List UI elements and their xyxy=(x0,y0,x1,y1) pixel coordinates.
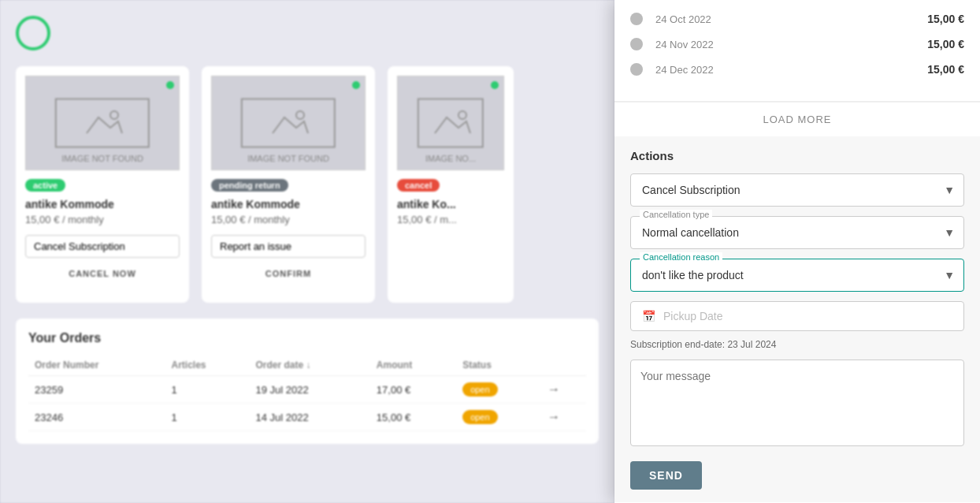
timeline-dot-1 xyxy=(630,13,643,25)
card-2-price: 15,00 € / monthly xyxy=(211,214,366,225)
card-1-image: IMAGE NOT FOUND xyxy=(25,76,180,170)
row-arrow-2[interactable]: → xyxy=(548,410,560,424)
card-3: IMAGE NO... cancel antike Ko... 15,00 € … xyxy=(388,66,514,303)
logo xyxy=(16,16,50,50)
col-order-number: Order Number xyxy=(28,355,165,376)
cancellation-reason-select[interactable]: don't like the product too expensive oth… xyxy=(630,259,964,292)
articles-1: 1 xyxy=(165,376,250,404)
timeline-amount-3: 15,00 € xyxy=(927,63,964,76)
date-2: 14 Jul 2022 xyxy=(250,404,370,431)
pickup-date-wrapper[interactable]: 📅 Pickup Date xyxy=(630,301,964,331)
status-1: open xyxy=(456,376,541,404)
timeline-item-2: 24 Nov 2022 15,00 € xyxy=(630,38,964,50)
action-2[interactable]: → xyxy=(541,404,586,431)
order-number-2: 23246 xyxy=(28,404,165,431)
card-1: IMAGE NOT FOUND active antike Kommode 15… xyxy=(16,66,189,303)
card-1-image-text: IMAGE NOT FOUND xyxy=(61,154,143,163)
subscription-end-date: Subscription end-date: 23 Jul 2024 xyxy=(630,339,964,350)
col-action xyxy=(541,355,586,376)
cancellation-type-label: Cancellation type xyxy=(640,210,712,219)
timeline-item-3: 24 Dec 2022 15,00 € xyxy=(630,63,964,76)
timeline-amount-1: 15,00 € xyxy=(927,13,964,25)
card-2-status-dot xyxy=(352,81,360,89)
timeline-dot-3 xyxy=(630,63,643,76)
actions-title: Actions xyxy=(630,149,964,162)
timeline-dot-2 xyxy=(630,38,643,50)
card-2-title: antike Kommode xyxy=(211,198,366,211)
card-2-badge: pending return xyxy=(211,179,288,192)
cancellation-reason-label: Cancellation reason xyxy=(640,252,722,262)
card-2-image: IMAGE NOT FOUND xyxy=(211,76,366,170)
svg-rect-0 xyxy=(79,106,126,141)
col-articles: Articles xyxy=(165,355,250,376)
cancellation-type-wrapper: Cancellation type Normal cancellation Im… xyxy=(630,216,964,249)
row-arrow-1[interactable]: → xyxy=(548,382,560,397)
cancellation-type-select[interactable]: Normal cancellation Immediate cancellati… xyxy=(630,216,964,249)
mountain-icon-2 xyxy=(265,106,312,141)
svg-rect-4 xyxy=(427,106,474,141)
overlay-panel: 24 Oct 2022 15,00 € 24 Nov 2022 15,00 € … xyxy=(614,0,980,503)
card-1-action-select[interactable]: Cancel Subscription xyxy=(25,235,180,258)
message-textarea[interactable] xyxy=(630,360,964,446)
card-3-image-text: IMAGE NO... xyxy=(425,154,476,163)
action-select-wrapper: Cancel Subscription Report an Issue Paus… xyxy=(630,173,964,207)
order-number-1: 23259 xyxy=(28,376,165,404)
card-2-image-text: IMAGE NOT FOUND xyxy=(247,154,329,163)
header xyxy=(16,16,599,50)
date-1: 19 Jul 2022 xyxy=(250,376,370,404)
col-amount: Amount xyxy=(370,355,456,376)
mountain-icon-3 xyxy=(427,106,474,141)
send-button[interactable]: SEND xyxy=(630,461,702,490)
timeline-date-2: 24 Nov 2022 xyxy=(655,39,742,50)
card-1-badge: active xyxy=(25,179,65,192)
card-3-price: 15,00 € / m... xyxy=(397,214,504,225)
card-1-cancel-btn[interactable]: CANCEL NOW xyxy=(25,264,180,283)
orders-title: Your Orders xyxy=(28,331,586,345)
status-badge-2: open xyxy=(462,410,497,424)
cancellation-reason-wrapper: Cancellation reason don't like the produ… xyxy=(630,259,964,292)
timeline-amount-2: 15,00 € xyxy=(927,38,964,50)
table-row: 23259 1 19 Jul 2022 17,00 € open → xyxy=(28,376,586,404)
card-1-title: antike Kommode xyxy=(25,198,180,211)
amount-1: 17,00 € xyxy=(370,376,456,404)
orders-section: Your Orders Order Number Articles Order … xyxy=(16,319,599,444)
card-3-badge: cancel xyxy=(397,179,440,192)
calendar-icon: 📅 xyxy=(642,310,655,322)
card-3-image: IMAGE NO... xyxy=(397,76,504,170)
pickup-date-text: Pickup Date xyxy=(663,310,722,322)
svg-point-1 xyxy=(110,111,118,119)
articles-2: 1 xyxy=(165,404,250,431)
timeline-date-3: 24 Dec 2022 xyxy=(655,64,742,76)
status-badge-1: open xyxy=(462,382,497,397)
svg-point-5 xyxy=(458,111,466,119)
card-2: IMAGE NOT FOUND pending return antike Ko… xyxy=(202,66,375,303)
action-select[interactable]: Cancel Subscription Report an Issue Paus… xyxy=(630,173,964,207)
card-3-title: antike Ko... xyxy=(397,198,504,211)
mountain-icon xyxy=(79,106,126,141)
action-1[interactable]: → xyxy=(541,376,586,404)
card-1-price: 15,00 € / monthly xyxy=(25,214,180,225)
actions-section: Actions Cancel Subscription Report an Is… xyxy=(614,136,980,502)
cards-container: IMAGE NOT FOUND active antike Kommode 15… xyxy=(16,66,599,303)
card-3-status-dot xyxy=(491,81,499,89)
card-2-confirm-btn[interactable]: CONFIRM xyxy=(211,264,366,283)
col-order-date: Order date ↓ xyxy=(250,355,370,376)
col-status: Status xyxy=(456,355,541,376)
timeline-section: 24 Oct 2022 15,00 € 24 Nov 2022 15,00 € … xyxy=(614,0,980,102)
card-2-action-select[interactable]: Report an issue xyxy=(211,235,366,258)
load-more-button[interactable]: LOAD MORE xyxy=(614,102,980,136)
timeline-item-1: 24 Oct 2022 15,00 € xyxy=(630,13,964,25)
amount-2: 15,00 € xyxy=(370,404,456,431)
status-2: open xyxy=(456,404,541,431)
card-1-status-dot xyxy=(166,81,174,89)
background-page: IMAGE NOT FOUND active antike Kommode 15… xyxy=(0,0,614,503)
svg-rect-2 xyxy=(265,106,312,141)
timeline-date-1: 24 Oct 2022 xyxy=(655,13,742,25)
svg-point-3 xyxy=(296,111,304,119)
orders-table: Order Number Articles Order date ↓ Amoun… xyxy=(28,355,586,431)
table-row: 23246 1 14 Jul 2022 15,00 € open → xyxy=(28,404,586,431)
